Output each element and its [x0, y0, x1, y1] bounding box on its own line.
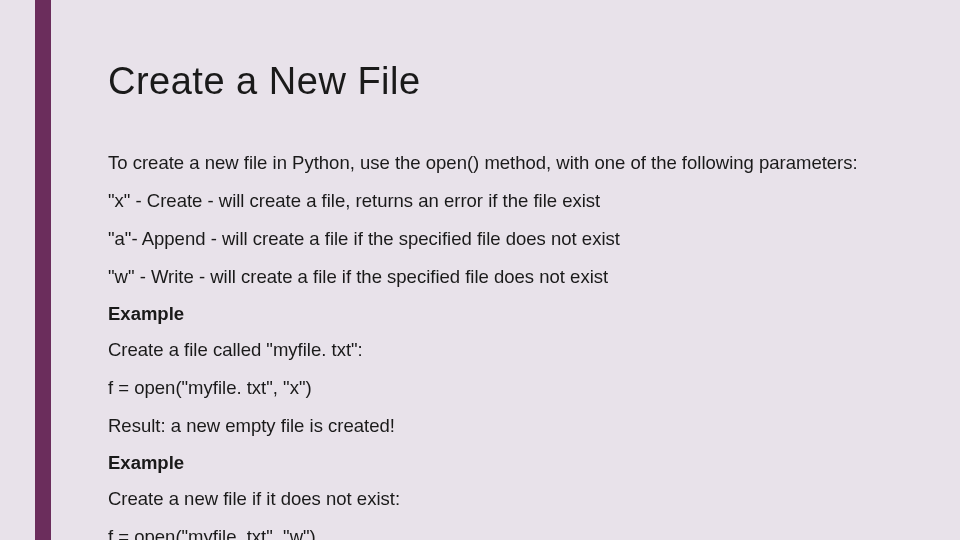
example2-desc: Create a new file if it does not exist:: [108, 487, 930, 512]
example2-code: f = open("myfile. txt", "w"): [108, 525, 930, 540]
intro-text: To create a new file in Python, use the …: [108, 151, 930, 176]
example1-label: Example: [108, 303, 930, 325]
mode-a-text: "a"- Append - will create a file if the …: [108, 227, 930, 252]
example1-desc: Create a file called "myfile. txt":: [108, 338, 930, 363]
slide-content: Create a New File To create a new file i…: [108, 60, 930, 540]
example1-code: f = open("myfile. txt", "x"): [108, 376, 930, 401]
slide-title: Create a New File: [108, 60, 930, 103]
mode-w-text: "w" - Write - will create a file if the …: [108, 265, 930, 290]
mode-x-text: "x" - Create - will create a file, retur…: [108, 189, 930, 214]
example1-result: Result: a new empty file is created!: [108, 414, 930, 439]
example2-label: Example: [108, 452, 930, 474]
accent-bar: [35, 0, 51, 540]
